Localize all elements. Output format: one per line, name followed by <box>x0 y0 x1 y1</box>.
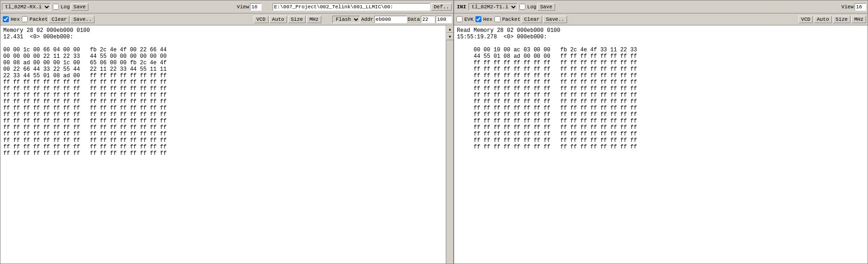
right-auto-button[interactable]: Auto <box>814 16 831 23</box>
right-log-checkbox[interactable] <box>519 4 525 10</box>
right-view-label: View <box>842 4 854 10</box>
right-content-line2: 15:55:19.278 <0> 000eb000: <box>457 34 547 40</box>
left-scroll-up[interactable]: ▲ <box>446 25 453 33</box>
right-toolbar-row2: EVK Hex Packet Clear Save.. VCD Auto Siz… <box>454 13 868 25</box>
left-auto-button[interactable]: Auto <box>269 16 287 23</box>
left-hex-checkbox[interactable] <box>3 16 9 22</box>
left-view-input[interactable] <box>250 3 262 11</box>
left-mhz-button[interactable]: MHz <box>306 16 321 23</box>
left-hex-label: Hex <box>11 17 20 22</box>
left-view-label: View <box>237 4 249 10</box>
left-def-button[interactable]: Def.. <box>431 3 452 11</box>
right-evk-checkbox[interactable] <box>456 16 462 22</box>
right-vcd-button[interactable]: VCD <box>799 16 813 23</box>
left-addr-input[interactable] <box>375 16 407 23</box>
left-packet-label: Packet <box>30 17 48 22</box>
right-hex-checkbox[interactable] <box>475 16 481 22</box>
left-log-label: Log <box>61 4 70 10</box>
right-packet-label: Packet <box>502 17 521 22</box>
left-content-wrapper: Memory 28 02 000eb000 0100 12.431 <0> 00… <box>0 25 453 264</box>
right-mhz-button[interactable]: MHz <box>851 16 866 23</box>
right-hex-data: 00 00 10 00 ac 03 00 00 fb 2c 4e 4f 33 1… <box>457 47 637 150</box>
left-content-line2: 12.431 <0> 000eb000: <box>3 34 73 40</box>
left-scroll-down[interactable]: ▼ <box>446 33 453 40</box>
right-save-button[interactable]: Save <box>537 3 555 11</box>
right-hex-label: Hex <box>483 17 493 22</box>
right-save-dots-button[interactable]: Save.. <box>543 16 567 23</box>
right-content-line1: Read Memory 28 02 000eb000 0100 <box>457 27 560 34</box>
left-device-dropdown[interactable]: tl_02M2-RX.i <box>2 3 51 11</box>
right-ini-label: INI <box>456 4 468 10</box>
right-packet-checkbox[interactable] <box>494 16 500 22</box>
left-panel: tl_02M2-RX.i Log Save View Def.. Hex Pac… <box>0 0 454 264</box>
left-vcd-button[interactable]: VCD <box>254 16 269 23</box>
left-packet-checkbox[interactable] <box>22 16 28 22</box>
right-log-label: Log <box>527 4 537 10</box>
left-clear-button[interactable]: Clear <box>49 16 69 23</box>
left-save-button[interactable]: Save <box>71 3 88 11</box>
left-flash-dropdown[interactable]: Flash <box>332 16 360 23</box>
left-size-button[interactable]: Size <box>288 16 306 23</box>
right-view-input[interactable] <box>855 3 866 11</box>
right-evk-label: EVK <box>464 17 474 22</box>
right-toolbar-row1: INI tl_02M2-T1.i Log Save View <box>454 0 868 13</box>
left-content-line1: Memory 28 02 000eb000 0100 <box>3 27 90 34</box>
left-path-input[interactable] <box>273 3 430 11</box>
left-content-area: Memory 28 02 000eb000 0100 12.431 <0> 00… <box>0 25 453 264</box>
left-scrollbar[interactable]: ▲ ▼ <box>446 25 453 264</box>
right-content-wrapper: Read Memory 28 02 000eb000 0100 15:55:19… <box>454 25 868 264</box>
left-toolbar-row1: tl_02M2-RX.i Log Save View Def.. <box>0 0 453 13</box>
left-save-dots-button[interactable]: Save.. <box>70 16 94 23</box>
right-panel: INI tl_02M2-T1.i Log Save View EVK Hex P… <box>454 0 868 264</box>
left-log-checkbox[interactable] <box>53 4 59 10</box>
right-size-button[interactable]: Size <box>833 16 850 23</box>
left-num-input[interactable] <box>436 16 452 23</box>
left-data-label: Data <box>408 17 420 22</box>
right-device-dropdown[interactable]: tl_02M2-T1.i <box>468 3 518 11</box>
right-clear-button[interactable]: Clear <box>521 16 542 23</box>
left-data-input[interactable] <box>421 16 435 23</box>
left-addr-label: Addr <box>361 17 373 22</box>
left-hex-data: 00 00 1c 00 66 04 00 00 fb 2c 4e 4f 00 2… <box>3 47 167 157</box>
left-toolbar-row2: Hex Packet Clear Save.. VCD Auto Size MH… <box>0 13 453 25</box>
right-content-area: Read Memory 28 02 000eb000 0100 15:55:19… <box>454 25 868 264</box>
